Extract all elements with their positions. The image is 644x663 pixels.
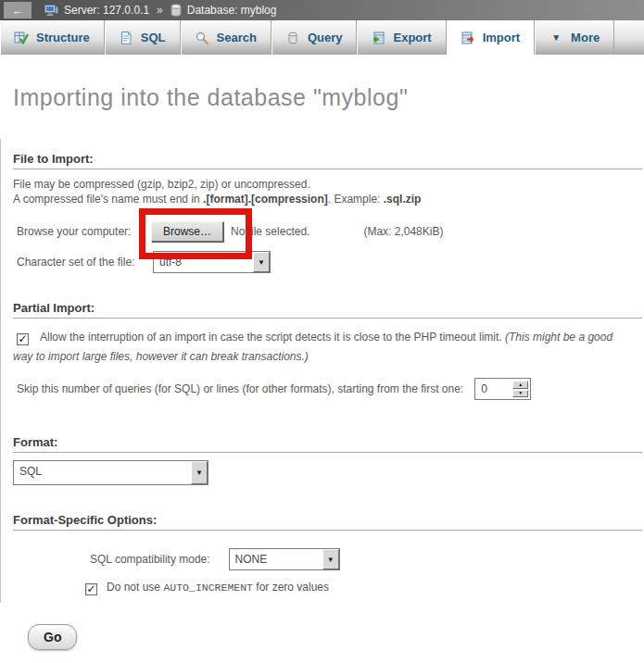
section-file-to-import: File to Import: File may be compressed (… bbox=[13, 152, 642, 273]
max-upload-size: (Max: 2,048KiB) bbox=[363, 225, 443, 238]
go-button[interactable]: Go bbox=[28, 624, 77, 650]
autoinc-text-prefix: Do not use bbox=[107, 581, 163, 594]
format-select-value: SQL bbox=[14, 461, 191, 484]
query-icon bbox=[285, 31, 300, 45]
stepper-down-button[interactable]: ▼ bbox=[512, 390, 528, 398]
tab-query-label: Query bbox=[308, 31, 343, 44]
stepper-buttons: ▲ ▼ bbox=[512, 381, 528, 397]
filename-rule-prefix: A compressed file's name must end in bbox=[13, 193, 203, 206]
allow-interrupt-text: Allow the interruption of an import in c… bbox=[40, 331, 505, 344]
sql-compat-select-value: NONE bbox=[230, 549, 322, 569]
charset-select-arrow[interactable]: ▼ bbox=[253, 252, 270, 272]
search-icon bbox=[195, 31, 209, 45]
browse-button[interactable]: Browse… bbox=[151, 221, 223, 242]
section-divider bbox=[13, 530, 642, 531]
import-page: Importing into the database "myblog" Fil… bbox=[0, 84, 644, 650]
breadcrumb-database-link[interactable]: Database: myblog bbox=[187, 4, 277, 17]
tab-more[interactable]: ▼ More bbox=[535, 20, 614, 55]
section-partial-import: Partial Import: ✓Allow the interruption … bbox=[13, 301, 642, 400]
check-mark: ✓ bbox=[86, 584, 96, 594]
tab-search[interactable]: Search bbox=[181, 20, 271, 55]
autoinc-option-row: ✓Do not use AUTO_INCREMENT for zero valu… bbox=[85, 581, 642, 594]
file-to-import-heading: File to Import: bbox=[13, 152, 642, 166]
tab-more-label: More bbox=[571, 31, 600, 44]
allow-interrupt-checkbox[interactable]: ✓ bbox=[17, 333, 29, 345]
skip-queries-row: Skip this number of queries (for SQL) or… bbox=[13, 378, 642, 400]
charset-row: Character set of the file: utf-8 ▼ bbox=[13, 251, 642, 273]
format-select-arrow[interactable]: ▼ bbox=[191, 461, 208, 484]
tab-export-label: Export bbox=[393, 31, 431, 44]
arrow-up-icon: ▲ bbox=[518, 382, 523, 387]
compression-line1: File may be compressed (gzip, bzip2, zip… bbox=[13, 178, 310, 191]
charset-select-value: utf-8 bbox=[154, 252, 253, 272]
compression-note: File may be compressed (gzip, bzip2, zip… bbox=[13, 177, 642, 206]
skip-queries-stepper[interactable]: 0 ▲ ▼ bbox=[474, 378, 531, 400]
page-title: Importing into the database "myblog" bbox=[13, 84, 642, 111]
section-format-options: Format-Specific Options: SQL compatibili… bbox=[13, 513, 642, 594]
structure-icon bbox=[14, 31, 29, 45]
export-icon bbox=[371, 31, 385, 45]
database-icon bbox=[170, 4, 182, 17]
arrow-down-icon: ▼ bbox=[518, 391, 523, 395]
tab-sql[interactable]: SQL bbox=[105, 20, 181, 55]
breadcrumb-bar: ← Server: 127.0.0.1 » Database: myblog bbox=[0, 0, 644, 20]
sql-compat-row: SQL compatibility mode: NONE ▼ bbox=[90, 548, 642, 570]
dropdown-arrow-icon: ▼ bbox=[258, 258, 265, 267]
filename-rule-pattern: .[format].[compression] bbox=[203, 193, 328, 206]
browse-label: Browse your computer: bbox=[13, 225, 151, 238]
import-icon bbox=[461, 31, 475, 45]
chevron-down-icon: ▼ bbox=[549, 31, 563, 45]
breadcrumb-server-link[interactable]: Server: 127.0.0.1 bbox=[64, 4, 149, 17]
filename-rule-mid: . Example: bbox=[328, 193, 384, 206]
sql-compat-label: SQL compatibility mode: bbox=[90, 553, 210, 566]
content-left-border bbox=[0, 139, 1, 603]
autoinc-checkbox[interactable]: ✓ bbox=[85, 583, 97, 595]
charset-label: Character set of the file: bbox=[13, 256, 153, 269]
section-format: Format: SQL ▼ bbox=[13, 435, 642, 485]
skip-queries-value: 0 bbox=[475, 379, 512, 399]
format-select[interactable]: SQL ▼ bbox=[13, 460, 208, 485]
tab-structure[interactable]: Structure bbox=[0, 20, 105, 55]
tab-import-label: Import bbox=[483, 31, 520, 44]
sql-compat-select[interactable]: NONE ▼ bbox=[229, 548, 340, 570]
format-heading: Format: bbox=[13, 435, 642, 449]
autoinc-text-suffix: for zero values bbox=[253, 581, 329, 594]
file-upload-row: Browse your computer: Browse… No file se… bbox=[13, 219, 642, 244]
tab-structure-label: Structure bbox=[36, 31, 90, 44]
tab-export[interactable]: Export bbox=[357, 20, 446, 55]
charset-select[interactable]: utf-8 ▼ bbox=[153, 251, 271, 273]
dropdown-arrow-icon: ▼ bbox=[196, 469, 203, 477]
autoinc-keyword: AUTO_INCREMENT bbox=[163, 582, 253, 594]
stepper-up-button[interactable]: ▲ bbox=[512, 381, 528, 389]
check-mark: ✓ bbox=[18, 334, 28, 344]
section-divider bbox=[13, 318, 642, 319]
allow-interrupt-option: ✓Allow the interruption of an import in … bbox=[13, 328, 632, 367]
format-options-heading: Format-Specific Options: bbox=[13, 513, 642, 527]
sql-icon bbox=[119, 31, 133, 45]
back-arrow-icon: ← bbox=[12, 4, 24, 18]
partial-import-heading: Partial Import: bbox=[13, 301, 642, 315]
skip-queries-label: Skip this number of queries (for SQL) or… bbox=[13, 382, 463, 395]
no-file-selected-text: No file selected. bbox=[231, 225, 309, 238]
tab-import[interactable]: Import bbox=[447, 20, 535, 55]
back-button[interactable]: ← bbox=[4, 2, 32, 19]
section-divider bbox=[13, 169, 642, 169]
section-divider bbox=[13, 452, 642, 453]
filename-rule-example: .sql.zip bbox=[384, 193, 422, 206]
tab-search-label: Search bbox=[217, 31, 257, 44]
tab-sql-label: SQL bbox=[141, 31, 166, 44]
breadcrumb-separator: » bbox=[157, 4, 163, 17]
dropdown-arrow-icon: ▼ bbox=[327, 556, 335, 564]
tab-bar: Structure SQL Search bbox=[0, 20, 644, 55]
tab-query[interactable]: Query bbox=[271, 20, 358, 55]
sql-compat-select-arrow[interactable]: ▼ bbox=[322, 549, 339, 569]
tab-bar-filler bbox=[614, 20, 644, 55]
file-input: Browse… bbox=[151, 221, 223, 242]
server-icon bbox=[44, 5, 58, 17]
